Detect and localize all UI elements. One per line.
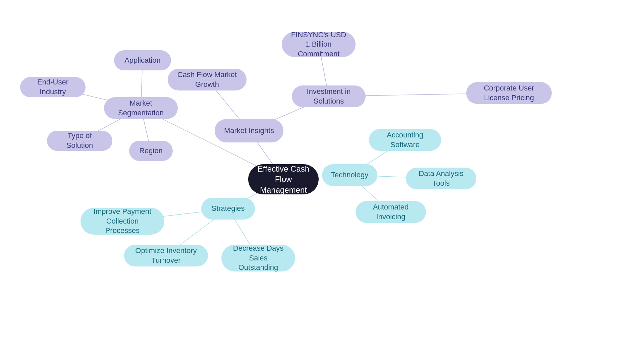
- finsync-node: FINSYNC's USD 1 Billion Commitment: [282, 32, 356, 57]
- accounting-software-label: Accounting Software: [376, 130, 434, 149]
- application-node: Application: [114, 50, 171, 70]
- investment-in-solutions-node: Investment in Solutions: [292, 85, 366, 107]
- optimize-inventory-label: Optimize Inventory Turnover: [131, 246, 201, 265]
- automated-invoicing-label: Automated Invoicing: [363, 202, 419, 222]
- accounting-software-node: Accounting Software: [369, 129, 441, 151]
- center-label: Effective Cash Flow Management: [256, 164, 311, 195]
- end-user-industry-label: End-User Industry: [28, 77, 78, 97]
- center-node: Effective Cash Flow Management: [248, 164, 319, 194]
- type-of-solution-label: Type of Solution: [54, 131, 105, 150]
- market-segmentation-label: Market Segmentation: [111, 99, 170, 118]
- automated-invoicing-node: Automated Invoicing: [356, 201, 426, 223]
- region-label: Region: [139, 146, 163, 156]
- improve-payment-node: Improve Payment Collection Processes: [80, 208, 164, 235]
- market-segmentation-node: Market Segmentation: [104, 97, 178, 119]
- corporate-user-license-node: Corporate User License Pricing: [466, 82, 552, 104]
- application-label: Application: [124, 56, 161, 65]
- finsync-label: FINSYNC's USD 1 Billion Commitment: [289, 30, 348, 59]
- market-insights-node: Market Insights: [215, 119, 283, 142]
- technology-node: Technology: [322, 164, 377, 186]
- strategies-node: Strategies: [201, 198, 255, 220]
- corporate-user-license-label: Corporate User License Pricing: [474, 83, 544, 103]
- technology-label: Technology: [331, 170, 368, 180]
- strategies-label: Strategies: [211, 204, 245, 214]
- region-node: Region: [129, 141, 173, 161]
- optimize-inventory-node: Optimize Inventory Turnover: [124, 245, 208, 266]
- data-analysis-tools-label: Data Analysis Tools: [413, 169, 469, 188]
- cash-flow-market-growth-node: Cash Flow Market Growth: [168, 69, 247, 90]
- cash-flow-market-growth-label: Cash Flow Market Growth: [175, 70, 239, 89]
- data-analysis-tools-node: Data Analysis Tools: [406, 168, 476, 189]
- decrease-days-label: Decrease Days Sales Outstanding: [229, 244, 288, 273]
- type-of-solution-node: Type of Solution: [47, 131, 112, 151]
- improve-payment-label: Improve Payment Collection Processes: [88, 207, 157, 236]
- investment-in-solutions-label: Investment in Solutions: [299, 87, 358, 106]
- end-user-industry-node: End-User Industry: [20, 77, 86, 97]
- market-insights-label: Market Insights: [224, 126, 274, 136]
- decrease-days-node: Decrease Days Sales Outstanding: [221, 245, 295, 271]
